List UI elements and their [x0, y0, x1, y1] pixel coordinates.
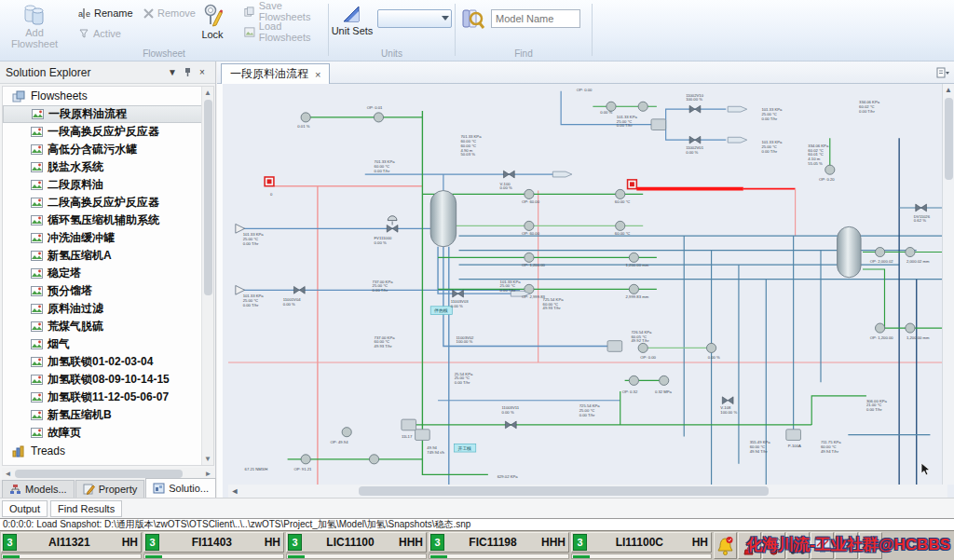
scroll-up-icon[interactable]: ▲: [943, 84, 954, 97]
tree-item-8[interactable]: 新氢压缩机A: [3, 247, 213, 265]
instrument-bubble[interactable]: [301, 455, 310, 464]
instrument-bubble[interactable]: [706, 343, 716, 352]
instrument-bubble[interactable]: [301, 113, 310, 122]
alarm-tile-LIC11100[interactable]: 3LIC11100HHH: [286, 532, 427, 560]
valve[interactable]: [689, 136, 701, 143]
tree-item-13[interactable]: 烟气: [3, 335, 213, 353]
valve[interactable]: [453, 290, 464, 297]
tree-item-5[interactable]: 二段高换反应炉反应器: [3, 194, 213, 212]
pfd-canvas[interactable]: 伴热线开工线701.33 KPa60.00 ℃0.00 T/hr101.33 K…: [217, 84, 954, 498]
instrument-bubble[interactable]: [638, 102, 647, 111]
tree-item-17[interactable]: 新氢压缩机B: [3, 406, 213, 424]
rename-button[interactable]: ae Rename: [75, 4, 137, 22]
scroll-thumb[interactable]: [15, 470, 183, 478]
tree-item-18[interactable]: 故障页: [3, 424, 213, 442]
snapshot-device-icon[interactable]: [835, 532, 858, 559]
instrument-bubble[interactable]: [342, 428, 351, 437]
tree-item-0[interactable]: 一段原料油流程: [3, 105, 213, 123]
valve[interactable]: [503, 171, 514, 178]
instrument-bubble[interactable]: [876, 247, 885, 256]
panel-close-icon[interactable]: ×: [195, 65, 210, 80]
panel-menu-icon[interactable]: ▼: [165, 65, 180, 80]
tree-item-7[interactable]: 冲洗油缓冲罐: [3, 229, 213, 247]
tree-item-4[interactable]: 二段原料油: [3, 176, 213, 194]
fire-truck-icon[interactable]: [786, 532, 810, 559]
scroll-left-icon[interactable]: ◄: [228, 485, 241, 498]
alarm-tile-AI11321[interactable]: 3AI11321HH: [1, 532, 142, 560]
remove-button[interactable]: Remove: [140, 4, 199, 22]
scroll-thumb[interactable]: [204, 100, 212, 295]
unit-sets-button[interactable]: Unit Sets: [331, 2, 374, 48]
control-valve[interactable]: [387, 225, 398, 232]
valve[interactable]: [505, 421, 516, 429]
instrument-bubble[interactable]: [525, 253, 534, 262]
panel-pin-icon[interactable]: [180, 65, 195, 80]
tab-solution[interactable]: Solutio...: [145, 478, 216, 498]
instrument-bubble[interactable]: [525, 221, 534, 230]
add-flowsheet-button[interactable]: Add Flowsheet: [6, 2, 63, 48]
tree-item-15[interactable]: 加氢联锁08-09-10-14-15: [3, 371, 213, 389]
valve[interactable]: [916, 204, 927, 212]
tab-property[interactable]: Property: [75, 480, 145, 498]
process-unit[interactable]: [607, 341, 622, 352]
pfd-drawing[interactable]: 伴热线开工线701.33 KPa60.00 ℃0.00 T/hr101.33 K…: [228, 84, 947, 485]
tree-item-2[interactable]: 高低分含硫污水罐: [3, 141, 213, 158]
tree-root-flowsheets[interactable]: Flowsheets: [3, 87, 213, 105]
instrument-bubble[interactable]: [906, 323, 915, 333]
canvas-horizontal-scrollbar[interactable]: ◄: [228, 485, 947, 498]
instrument-bubble[interactable]: [374, 113, 383, 122]
tree-root-treads[interactable]: Treads: [3, 442, 213, 460]
stream-arrow[interactable]: [728, 106, 747, 112]
instrument-bubble[interactable]: [616, 189, 625, 198]
alarm-ack-bell-icon[interactable]: [714, 532, 737, 559]
canvas-vertical-scrollbar[interactable]: ▲: [942, 84, 954, 485]
instrument-bubble[interactable]: [616, 221, 625, 230]
vessel[interactable]: [838, 226, 861, 277]
stream-arrow[interactable]: [552, 171, 572, 177]
tab-list-dropdown-icon[interactable]: [936, 67, 950, 79]
instrument-bubble[interactable]: [369, 455, 378, 464]
process-unit[interactable]: [416, 430, 430, 441]
instrument-bubble[interactable]: [876, 323, 885, 333]
tree-item-3[interactable]: 脱盐水系统: [3, 158, 213, 176]
tree-item-16[interactable]: 加氢联锁11-12-05-06-07: [3, 389, 213, 406]
extinguisher-icon[interactable]: [762, 532, 785, 559]
valve[interactable]: [689, 105, 701, 113]
alarm-tile-FI11403[interactable]: 3FI11403HH: [143, 532, 284, 560]
trend-monitor-icon[interactable]: [811, 532, 834, 559]
model-name-input[interactable]: [491, 9, 580, 28]
stream-arrow[interactable]: [728, 137, 747, 143]
process-unit[interactable]: [402, 419, 416, 430]
save-flowsheets-button[interactable]: Save Flowsheets: [240, 2, 328, 20]
instrument-bubble[interactable]: [638, 343, 647, 352]
active-button[interactable]: Active: [75, 24, 125, 43]
instrument-bubble[interactable]: [906, 247, 915, 256]
document-tab[interactable]: 一段原料油流程 ×: [221, 63, 330, 84]
scroll-down-icon[interactable]: ▼: [202, 453, 213, 465]
process-unit[interactable]: [786, 430, 801, 441]
process-unit[interactable]: [651, 119, 666, 130]
tree-item-10[interactable]: 预分馏塔: [3, 282, 213, 300]
valve[interactable]: [722, 397, 733, 404]
instrument-bubble[interactable]: [629, 253, 638, 262]
tree-item-11[interactable]: 原料油过滤: [3, 300, 213, 318]
tab-find-results[interactable]: Find Results: [50, 500, 122, 517]
tree-item-1[interactable]: 一段高换反应炉反应器: [3, 123, 213, 141]
vessel[interactable]: [430, 191, 456, 247]
valve[interactable]: [293, 286, 305, 294]
instrument-bubble[interactable]: [660, 376, 669, 385]
tree-item-6[interactable]: 循环氢压缩机辅助系统: [3, 212, 213, 229]
tree-item-14[interactable]: 加氢联锁01-02-03-04: [3, 353, 213, 371]
instrument-bubble[interactable]: [525, 189, 534, 198]
unit-set-combobox[interactable]: [377, 9, 452, 28]
alarm-raise-icon[interactable]: [738, 532, 761, 559]
alarm-tile-FIC11198[interactable]: 3FIC11198HHH: [429, 532, 569, 560]
scroll-thumb[interactable]: [359, 486, 769, 496]
lock-button[interactable]: Lock: [192, 2, 233, 48]
tree-item-9[interactable]: 稳定塔: [3, 265, 213, 282]
tree-item-12[interactable]: 荒煤气脱硫: [3, 318, 213, 335]
tree-vertical-scrollbar[interactable]: ▲ ▼: [201, 87, 213, 465]
scroll-up-icon[interactable]: ▲: [202, 87, 213, 99]
tab-output[interactable]: Output: [2, 500, 48, 517]
instrument-bubble[interactable]: [825, 165, 835, 174]
